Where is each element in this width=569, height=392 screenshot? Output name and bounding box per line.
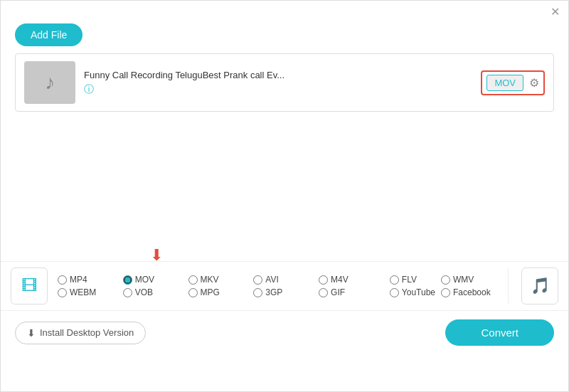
close-button[interactable]: ✕ [551, 6, 560, 18]
format-label-mkv: MKV [201, 275, 219, 285]
title-bar: ✕ [1, 1, 568, 21]
format-label-gif: GIF [331, 287, 345, 297]
info-icon[interactable]: ⓘ [84, 83, 472, 96]
format-radio-gif[interactable] [319, 288, 328, 297]
add-file-area: Add File [1, 21, 568, 53]
format-label-youtube: YouTube [402, 287, 435, 297]
format-radio-youtube[interactable] [390, 288, 399, 297]
format-label-3gp: 3GP [265, 287, 282, 297]
bottom-bar: ⬇ Install Desktop Version Convert [1, 311, 568, 354]
file-item: ♪ Funny Call Recording TeluguBest Prank … [16, 54, 553, 111]
format-radio-wmv[interactable] [441, 275, 450, 285]
format-radio-facebook[interactable] [441, 288, 450, 297]
format-radio-avi[interactable] [253, 275, 262, 285]
format-label-webm: WEBM [70, 287, 96, 297]
music-note-icon: ♪ [45, 71, 55, 94]
format-label-avi: AVI [265, 275, 278, 285]
format-label-vob: VOB [135, 287, 153, 297]
format-option-mkv[interactable]: MKV [188, 275, 254, 285]
format-option-webm[interactable]: WEBM [58, 287, 123, 297]
audio-format-tab[interactable]: 🎵 [521, 267, 558, 304]
format-label-mp4: MP4 [70, 275, 87, 285]
file-actions: MOV ⚙ [481, 70, 545, 95]
format-option-vob[interactable]: VOB [123, 287, 188, 297]
format-option-avi[interactable]: AVI [253, 275, 319, 285]
format-radio-mkv[interactable] [188, 275, 198, 285]
format-option-mov[interactable]: MOV [123, 275, 188, 285]
format-section: ⬇ 🎞 MP4 MOV MKV AVI M4V WEBM [1, 261, 568, 311]
film-icon: 🎞 [21, 277, 37, 295]
format-option-youtube[interactable]: YouTube [390, 287, 435, 297]
extra-formats-2: WMV Facebook [441, 272, 505, 300]
format-label-m4v: M4V [331, 275, 349, 285]
video-format-tab[interactable]: 🎞 [11, 267, 48, 304]
divider [508, 268, 509, 304]
download-icon: ⬇ [27, 327, 36, 339]
format-radio-mp4[interactable] [58, 275, 67, 285]
format-grid: MP4 MOV MKV AVI M4V WEBM VOB MPG [58, 272, 384, 300]
format-label-wmv: WMV [453, 275, 474, 285]
format-option-mp4[interactable]: MP4 [58, 275, 123, 285]
format-option-facebook[interactable]: Facebook [441, 287, 505, 297]
format-radio-3gp[interactable] [253, 288, 262, 297]
file-thumbnail: ♪ [24, 61, 75, 104]
install-label: Install Desktop Version [40, 327, 134, 338]
extra-formats: FLV YouTube [384, 272, 441, 300]
format-label-facebook: Facebook [453, 287, 491, 297]
format-option-wmv[interactable]: WMV [441, 275, 505, 285]
format-radio-flv[interactable] [390, 275, 399, 285]
format-label-mpg: MPG [201, 287, 220, 297]
format-option-flv[interactable]: FLV [390, 275, 435, 285]
empty-area [1, 112, 568, 261]
format-radio-mov[interactable] [123, 275, 132, 285]
music-icon: 🎵 [531, 277, 550, 295]
file-info: Funny Call Recording TeluguBest Prank ca… [84, 70, 472, 96]
format-radio-mpg[interactable] [188, 288, 198, 297]
gear-icon[interactable]: ⚙ [529, 76, 539, 90]
format-option-mpg[interactable]: MPG [188, 287, 254, 297]
format-label-mov: MOV [135, 275, 154, 285]
file-name: Funny Call Recording TeluguBest Prank ca… [84, 70, 472, 80]
format-radio-m4v[interactable] [319, 275, 328, 285]
format-option-m4v[interactable]: M4V [319, 275, 384, 285]
file-list: ♪ Funny Call Recording TeluguBest Prank … [15, 53, 554, 112]
add-file-button[interactable]: Add File [15, 23, 83, 46]
format-badge[interactable]: MOV [486, 75, 523, 91]
format-radio-webm[interactable] [58, 288, 67, 297]
format-option-3gp[interactable]: 3GP [253, 287, 319, 297]
format-label-flv: FLV [402, 275, 417, 285]
install-desktop-button[interactable]: ⬇ Install Desktop Version [15, 322, 146, 344]
format-option-gif[interactable]: GIF [319, 287, 384, 297]
format-radio-vob[interactable] [123, 288, 132, 297]
convert-button[interactable]: Convert [445, 319, 554, 346]
arrow-down-icon: ⬇ [150, 246, 163, 265]
